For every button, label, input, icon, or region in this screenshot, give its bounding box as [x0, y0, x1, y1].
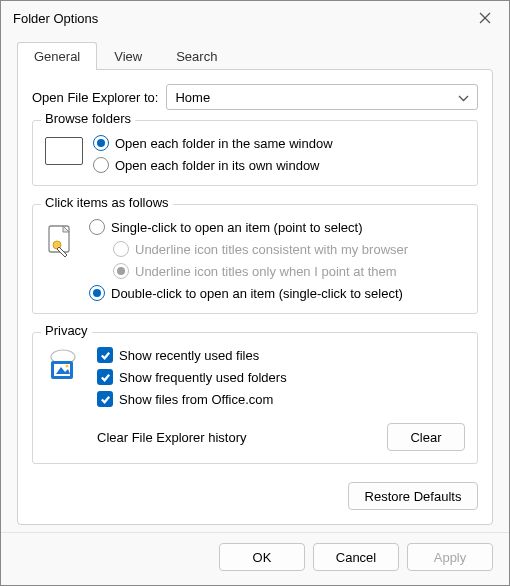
radio-underline-browser: Underline icon titles consistent with my…: [113, 241, 465, 257]
radio-same-window[interactable]: Open each folder in the same window: [93, 135, 465, 151]
radio-label: Underline icon titles only when I point …: [135, 264, 397, 279]
check-label: Show files from Office.com: [119, 392, 273, 407]
radio-label: Open each folder in its own window: [115, 158, 320, 173]
radio-icon: [93, 157, 109, 173]
group-browse-folders: Browse folders Open each folder in the s…: [32, 120, 478, 186]
group-click-legend: Click items as follows: [41, 195, 173, 210]
radio-single-click[interactable]: Single-click to open an item (point to s…: [89, 219, 465, 235]
radio-own-window[interactable]: Open each folder in its own window: [93, 157, 465, 173]
svg-point-8: [65, 364, 68, 367]
radio-icon: [89, 219, 105, 235]
tab-general[interactable]: General: [17, 42, 97, 70]
content-area: General View Search Open File Explorer t…: [1, 35, 509, 532]
radio-label: Underline icon titles consistent with my…: [135, 242, 408, 257]
window-title: Folder Options: [13, 11, 98, 26]
tab-bar: General View Search: [17, 41, 493, 69]
group-privacy: Privacy: [32, 332, 478, 464]
folder-options-window: Folder Options General View Search Open …: [0, 0, 510, 586]
close-button[interactable]: [471, 6, 499, 30]
radio-label: Double-click to open an item (single-cli…: [111, 286, 403, 301]
cancel-button[interactable]: Cancel: [313, 543, 399, 571]
radio-icon: [89, 285, 105, 301]
apply-button[interactable]: Apply: [407, 543, 493, 571]
radio-label: Single-click to open an item (point to s…: [111, 220, 362, 235]
check-recent-files[interactable]: Show recently used files: [97, 347, 465, 363]
ok-button[interactable]: OK: [219, 543, 305, 571]
checkbox-icon: [97, 391, 113, 407]
radio-label: Open each folder in the same window: [115, 136, 333, 151]
restore-defaults-button[interactable]: Restore Defaults: [348, 482, 478, 510]
clear-history-row: Clear File Explorer history Clear: [97, 423, 465, 451]
check-label: Show recently used files: [119, 348, 259, 363]
clear-history-label: Clear File Explorer history: [97, 430, 247, 445]
open-explorer-select[interactable]: Home: [166, 84, 478, 110]
group-privacy-legend: Privacy: [41, 323, 92, 338]
open-explorer-label: Open File Explorer to:: [32, 90, 158, 105]
tab-search[interactable]: Search: [159, 42, 234, 70]
radio-underline-point: Underline icon titles only when I point …: [113, 263, 465, 279]
radio-icon: [93, 135, 109, 151]
check-frequent-folders[interactable]: Show frequently used folders: [97, 369, 465, 385]
tab-panel-general: Open File Explorer to: Home Browse folde…: [17, 69, 493, 525]
dialog-footer: OK Cancel Apply: [1, 532, 509, 585]
close-icon: [479, 12, 491, 24]
tab-view[interactable]: View: [97, 42, 159, 70]
check-office-files[interactable]: Show files from Office.com: [97, 391, 465, 407]
checkbox-icon: [97, 347, 113, 363]
folder-icon: [45, 137, 83, 165]
check-label: Show frequently used folders: [119, 370, 287, 385]
radio-double-click[interactable]: Double-click to open an item (single-cli…: [89, 285, 465, 301]
restore-row: Restore Defaults: [32, 482, 478, 510]
open-explorer-row: Open File Explorer to: Home: [32, 84, 478, 110]
chevron-down-icon: [458, 90, 469, 105]
titlebar: Folder Options: [1, 1, 509, 35]
privacy-icon: [45, 349, 87, 383]
document-click-icon: [45, 223, 79, 263]
clear-button[interactable]: Clear: [387, 423, 465, 451]
radio-icon: [113, 263, 129, 279]
open-explorer-value: Home: [175, 90, 210, 105]
checkbox-icon: [97, 369, 113, 385]
group-browse-legend: Browse folders: [41, 111, 135, 126]
radio-icon: [113, 241, 129, 257]
group-click-items: Click items as follows Single-: [32, 204, 478, 314]
